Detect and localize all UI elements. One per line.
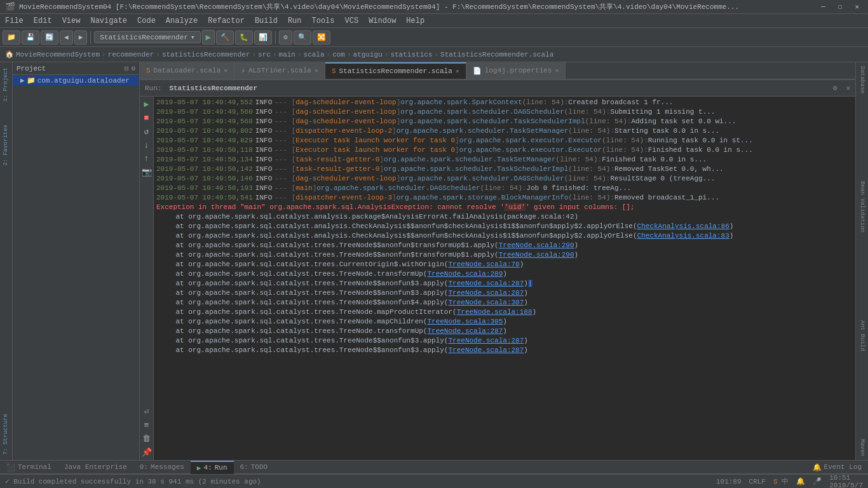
sidebar-item-structure[interactable]: 7: Structure: [1, 409, 11, 460]
link-treenode-305[interactable]: TreeNode.scala:305: [427, 318, 503, 325]
run-left-buttons: ▶ ■ ↺ ↓ ↑ 📷 ⏎ ≡ 🗑 📌: [140, 97, 154, 460]
menu-item-build[interactable]: Build: [250, 15, 283, 27]
toolbar-sync-btn[interactable]: 🔄: [41, 30, 58, 44]
menu-item-navigate[interactable]: Navigate: [85, 15, 132, 27]
link-treenode-287-2[interactable]: TreeNode.scala:287: [448, 289, 524, 297]
bc-atguigu[interactable]: atguigu: [353, 51, 383, 58]
link-treenode-287-3[interactable]: TreeNode.scala:287: [427, 327, 503, 335]
menu-item-vcs[interactable]: VCS: [340, 15, 364, 27]
run-stop-icon[interactable]: ■: [143, 112, 151, 124]
build-msg-text: Build completed successfully in 38 s 941…: [13, 478, 261, 485]
tab-java-enterprise[interactable]: Java Enterprise: [58, 461, 133, 473]
rs-maven[interactable]: Maven: [858, 435, 867, 460]
project-collapse-icon[interactable]: ⊟: [125, 64, 129, 72]
tab-alstriner-close[interactable]: ✕: [315, 67, 318, 74]
tab-statsrecommender-close[interactable]: ✕: [456, 67, 459, 75]
toolbar-project-btn[interactable]: 📁: [3, 30, 20, 44]
rs-bean-validation[interactable]: Bean Validation: [858, 177, 867, 236]
bc-main[interactable]: main: [279, 51, 295, 58]
run-clear-icon[interactable]: 🗑: [141, 433, 152, 445]
bc-statsfile[interactable]: StatisticsRecommender.scala: [440, 51, 553, 58]
menu-item-window[interactable]: Window: [363, 15, 401, 27]
bc-scala[interactable]: scala: [304, 51, 325, 58]
status-crlf[interactable]: CRLF: [749, 478, 766, 485]
link-treenode-70[interactable]: TreeNode.scala:70: [448, 261, 519, 268]
bc-recommender[interactable]: recommender: [108, 51, 154, 58]
link-treenode-307[interactable]: TreeNode.scala:307: [448, 299, 524, 306]
menu-item-analyze[interactable]: Analyze: [161, 15, 203, 27]
toolbar-debug-btn[interactable]: 🐛: [235, 30, 253, 44]
tab-dataloader[interactable]: S DataLoader.scala ✕: [140, 62, 234, 79]
run-play-icon[interactable]: ▶: [143, 98, 151, 111]
run-button[interactable]: ▶: [202, 30, 215, 44]
tree-item-label: com.atguigu.dataloader: [37, 77, 130, 85]
run-close-btn[interactable]: ✕: [846, 84, 850, 92]
tab-dataloader-close[interactable]: ✕: [224, 67, 227, 74]
minimize-button[interactable]: —: [817, 3, 829, 11]
run-pin-icon[interactable]: 📌: [140, 446, 153, 459]
run-scroll-up-icon[interactable]: ↑: [143, 152, 151, 165]
bc-com[interactable]: com: [332, 51, 345, 58]
link-treenode-287-4[interactable]: TreeNode.scala:287: [448, 337, 524, 344]
toolbar-back-btn[interactable]: ◀: [60, 30, 73, 44]
sidebar-item-favorites[interactable]: 2: Favorites: [1, 119, 11, 171]
toolbar-build-btn[interactable]: 🔨: [216, 30, 234, 44]
log-line-4: 2019-05-07 10:49:49,829 INFO --- [ Execu…: [156, 136, 853, 146]
status-position[interactable]: 101:89: [716, 478, 742, 485]
menu-item-tools[interactable]: Tools: [307, 15, 340, 27]
link-checkanalysis-86[interactable]: CheckAnalysis.scala:86: [637, 222, 729, 230]
close-button[interactable]: ✕: [851, 3, 863, 11]
tree-item-dataloader[interactable]: ▶ 📁 com.atguigu.dataloader: [13, 75, 139, 86]
run-camera-icon[interactable]: 📷: [140, 166, 153, 179]
menu-item-run[interactable]: Run: [283, 15, 307, 27]
menu-item-edit[interactable]: Edit: [29, 15, 57, 27]
toolbar-coverage-btn[interactable]: 📊: [254, 30, 272, 44]
menu-item-help[interactable]: Help: [401, 15, 430, 27]
link-checkanalysis-83[interactable]: CheckAnalysis.scala:83: [637, 232, 729, 240]
link-treenode-290-1[interactable]: TreeNode.scala:290: [499, 241, 574, 249]
status-notifications[interactable]: 🔔: [796, 477, 805, 485]
link-treenode-287-1[interactable]: TreeNode.scala:287: [448, 280, 524, 287]
project-settings-icon[interactable]: ⚙: [131, 64, 135, 72]
toolbar-settings-btn[interactable]: ⚙: [279, 30, 292, 44]
right-sidebar: Database Bean Validation Ant Build Maven: [855, 62, 868, 460]
run-wrap-icon[interactable]: ⏎: [143, 405, 151, 418]
menu-item-view[interactable]: View: [57, 15, 86, 27]
rs-ant-build[interactable]: Ant Build: [858, 316, 867, 355]
status-encoding[interactable]: S 中: [773, 477, 789, 486]
status-mic-icon[interactable]: 🎤: [813, 477, 822, 485]
run-rerun-icon[interactable]: ↺: [143, 125, 151, 138]
link-treenode-287-5[interactable]: TreeNode.scala:287: [448, 346, 524, 354]
sidebar-item-project[interactable]: 1: Project: [1, 62, 11, 107]
toolbar-forward-btn[interactable]: ▶: [74, 30, 88, 44]
tab-messages[interactable]: 0: Messages: [133, 461, 191, 473]
toolbar-search-btn[interactable]: 🔍: [294, 30, 311, 44]
toolbar-save-btn[interactable]: 💾: [22, 30, 39, 44]
tab-log4j[interactable]: 📄 log4j.properties ✕: [466, 62, 566, 79]
rs-database[interactable]: Database: [858, 62, 867, 97]
bc-project[interactable]: 🏠 MovieRecommendSystem: [5, 50, 100, 58]
toolbar-vcs-btn[interactable]: 🔀: [313, 30, 330, 44]
restore-button[interactable]: ☐: [834, 3, 846, 11]
bc-statsrecommender[interactable]: statisticsRecommender: [162, 51, 250, 58]
menu-item-file[interactable]: File: [0, 15, 29, 27]
run-filter-icon[interactable]: ≡: [143, 419, 151, 431]
link-treenode-188[interactable]: TreeNode.scala:188: [457, 308, 532, 316]
tab-todo-num: 6:: [240, 463, 248, 471]
run-config-dropdown[interactable]: StatisticsRecommender ▾: [94, 31, 200, 43]
bc-statistics[interactable]: statistics: [390, 51, 432, 58]
run-scroll-down-icon[interactable]: ↓: [143, 139, 151, 151]
tab-terminal[interactable]: ⬛ Terminal: [0, 461, 58, 473]
tab-event-log[interactable]: 🔔 Event Log: [806, 461, 868, 473]
tab-log4j-close[interactable]: ✕: [555, 67, 559, 74]
tab-statsrecommender[interactable]: S StatisticsRecommender.scala ✕: [325, 62, 466, 79]
run-settings-icon[interactable]: ⚙: [833, 84, 837, 92]
tab-alstriner[interactable]: ⚡ ALSTriner.scala ✕: [234, 62, 325, 79]
tab-run[interactable]: ▶ 4: Run: [191, 461, 234, 474]
menu-item-code[interactable]: Code: [132, 15, 161, 27]
menu-item-refactor[interactable]: Refactor: [203, 15, 250, 27]
bc-src[interactable]: src: [258, 51, 271, 58]
link-treenode-289[interactable]: TreeNode.scala:289: [427, 270, 503, 278]
tab-todo[interactable]: 6: TODO: [234, 461, 275, 473]
link-treenode-290-2[interactable]: TreeNode.scala:290: [499, 251, 574, 259]
